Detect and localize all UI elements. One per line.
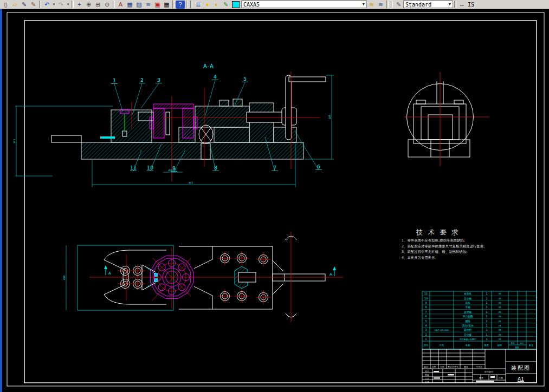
bom-header-weight-unit: 单件 — [511, 342, 515, 344]
title-block-field-label: 分区 — [440, 365, 444, 368]
bom-cell: 45 — [498, 334, 501, 336]
find-text-icon[interactable]: A — [116, 1, 125, 9]
caxa-application-window: { "toolbar": { "layer_combo": "CAXA5", "… — [0, 0, 549, 392]
layer-on-bulb-icon[interactable]: ● — [203, 1, 212, 9]
edit-layer-icon[interactable]: ✎ — [221, 1, 230, 9]
sheet-set-icon[interactable]: ≋ — [144, 1, 153, 9]
layer-stack-icon[interactable]: ≋ — [376, 1, 385, 9]
bom-cell: 45 — [498, 320, 501, 323]
balloon-number: 10 — [147, 165, 153, 171]
bom-header-name: 名称 — [466, 344, 470, 347]
section-arrow-label: A — [330, 272, 332, 277]
open-file-icon[interactable]: ▱ — [10, 1, 20, 9]
bom-cell: 2 — [425, 333, 427, 336]
bom-cell: 45 — [498, 338, 501, 341]
sheet-size: A1 — [518, 376, 524, 382]
toolbar-separator — [454, 1, 456, 8]
bom-header-weight-total: 总计 — [520, 342, 525, 344]
bom-header-qty: 数量 — [485, 344, 489, 347]
title-block-field-label: 校核 — [424, 374, 429, 376]
title-block-field-label: 重量 — [479, 376, 483, 379]
toolbar-separator — [39, 1, 41, 8]
bom-cell: 45 — [498, 292, 501, 295]
zoom-in-icon[interactable]: ⊕ — [84, 1, 93, 9]
undo-dropdown-icon[interactable]: ▾ — [51, 1, 56, 9]
title-block-field-label: 签名 — [464, 365, 468, 368]
style-combo-value: Standard — [405, 2, 431, 8]
title-block-field-label: 比例 — [499, 376, 503, 380]
redo-dropdown-icon[interactable]: ▾ — [66, 1, 70, 9]
bom-cell: 45 — [498, 315, 501, 318]
current-color-swatch[interactable] — [232, 1, 240, 8]
bom-cell: 11 — [424, 292, 428, 295]
matrix-icon[interactable]: ▦ — [162, 1, 171, 9]
bom-header-material: 材料 — [497, 344, 502, 347]
title-block: 标记处数分区更改文件号签名年月日设计校核工艺批准阶段标记重量比例 装配图 A1 — [422, 349, 537, 383]
style-combo[interactable]: Standard▼ — [403, 1, 453, 8]
bom-cell: 7 — [425, 310, 427, 313]
bom-cell: 4 — [425, 324, 427, 327]
dim-style-icon[interactable]: ↔ — [457, 1, 467, 9]
zoom-window-icon[interactable]: ⊞ — [93, 1, 102, 9]
move-to-layer-icon[interactable]: ≋ — [367, 1, 376, 9]
bom-cell: 圆柱销 — [464, 328, 472, 332]
edit-drawing-icon[interactable]: ✎ — [29, 1, 38, 9]
section-arrow-label: A — [108, 271, 111, 276]
drawing-canvas[interactable]: A-A — [0, 9, 549, 392]
new-file-icon[interactable]: ▯ — [1, 1, 10, 9]
library-icon[interactable]: ▦ — [125, 1, 134, 9]
bom-cell: 10 — [424, 297, 428, 300]
layer-combo-dropdown-icon[interactable]: ▼ — [360, 2, 365, 6]
balloon-number: 11 — [130, 165, 137, 171]
balloon-number: 5 — [243, 76, 247, 82]
bom-cell: 45 — [498, 306, 501, 309]
undo-icon[interactable]: ↶ — [42, 1, 51, 9]
main-toolbar: ▯▱✎✎↶▾↷▾+⊕⊞⊙A▦▨≋▣▦?≣●◐✎CAXA5▼≋≋✎Standard… — [0, 0, 549, 9]
plot-icon[interactable]: ✎ — [20, 1, 29, 9]
cad-drawing: A-A — [0, 9, 549, 392]
zoom-dynamic-icon[interactable]: ⊙ — [102, 1, 112, 9]
bom-cell: 1 — [486, 319, 487, 323]
bom-cell: 45 — [498, 302, 501, 304]
title-block-field-label: 批准 — [425, 381, 429, 383]
bom-cell: 螺母 — [465, 319, 470, 323]
title-block-field-label: 处数 — [432, 365, 436, 368]
title-block-field-label: 更改文件号 — [448, 365, 458, 368]
bom-header-remark: 备注 — [529, 344, 534, 347]
balloon-leader — [114, 84, 122, 111]
tech-requirements: 技 术 要 求 1、零件表面不应有划痕,擦伤等表面缺陷;2、装配前应对零部件的主… — [402, 228, 485, 260]
tech-requirement-item: 3、装配过程中不允许磕、碰、划伤和锈蚀; — [402, 250, 467, 254]
drawing-title: 装配图 — [511, 365, 531, 371]
library-manage-icon[interactable]: ▨ — [134, 1, 144, 9]
section-view-label: A-A — [203, 63, 214, 69]
title-block-field-label: 设计 — [425, 370, 429, 373]
bom-table: 序号 代号 名称 数量 材料 单件 总计 重量 备注 11支承板14510定位轴… — [422, 291, 537, 349]
dim-left-height: 141 — [13, 139, 16, 144]
bom-header-seq: 序号 — [424, 344, 429, 347]
pan-icon[interactable]: + — [75, 1, 84, 9]
bom-cell: 1 — [486, 292, 487, 295]
layers-icon[interactable]: ≣ — [193, 1, 203, 9]
bom-cell: 45 — [498, 297, 501, 300]
help-icon[interactable]: ? — [176, 1, 185, 9]
style-combo-dropdown-icon[interactable]: ▼ — [447, 2, 451, 6]
dim-plan-width: 200 — [63, 276, 66, 280]
layer-combo[interactable]: CAXA5▼ — [241, 1, 367, 8]
bom-cell: 9 — [425, 301, 427, 304]
text-style-pen-icon[interactable]: ✎ — [394, 1, 403, 9]
toolbar-separator — [113, 1, 115, 8]
bom-cell: 开口垫圈 — [463, 315, 473, 318]
bom-cell: 5 — [425, 319, 427, 323]
tech-requirements-title: 技 术 要 求 — [416, 228, 460, 236]
ole-object-icon[interactable]: ▣ — [153, 1, 162, 9]
bom-cell: 1 — [486, 315, 487, 318]
balloon-number: 2 — [140, 77, 144, 83]
bom-cell: 1 — [486, 301, 487, 304]
redo-icon[interactable]: ↷ — [56, 1, 66, 9]
layer-toggle-bulb-icon[interactable]: ◐ — [212, 1, 221, 9]
balloon-number: 3 — [157, 77, 160, 83]
magenta-bushing — [150, 104, 197, 138]
bom-cell: 手柄 — [465, 305, 470, 309]
balloon-number: 8 — [214, 165, 217, 171]
bom-cell: 底板 — [465, 302, 470, 304]
